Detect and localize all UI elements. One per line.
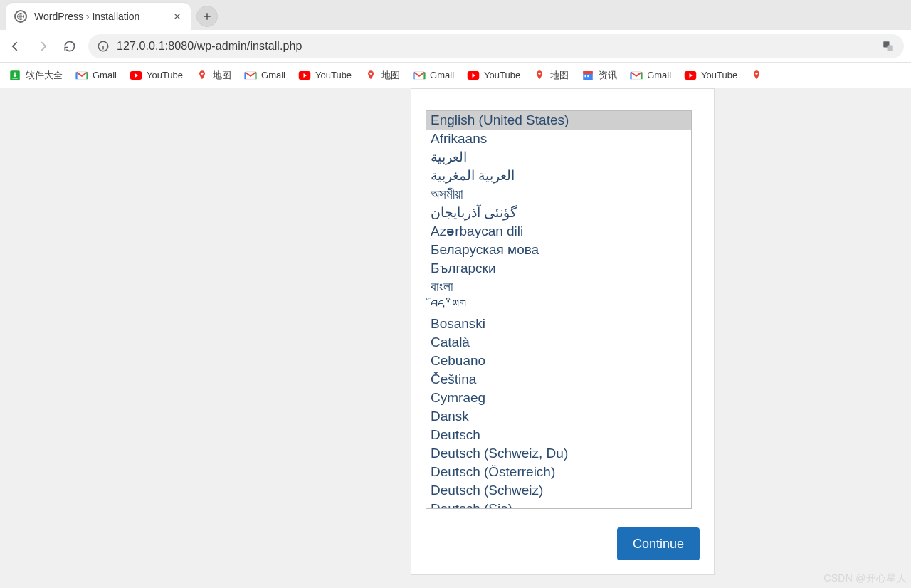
maps-icon bbox=[364, 69, 377, 82]
language-option[interactable]: Cebuano bbox=[426, 352, 691, 370]
forward-button[interactable] bbox=[34, 38, 51, 55]
watermark: CSDN @开心星人 bbox=[823, 572, 907, 585]
translate-icon[interactable] bbox=[881, 39, 895, 53]
youtube-icon bbox=[467, 69, 480, 82]
language-option[interactable]: Afrikaans bbox=[426, 130, 691, 148]
language-option[interactable]: العربية المغربية bbox=[426, 167, 691, 185]
continue-button[interactable]: Continue bbox=[617, 527, 700, 560]
language-option[interactable]: Беларуская мова bbox=[426, 241, 691, 259]
browser-tab[interactable]: WordPress › Installation bbox=[6, 3, 191, 30]
bookmark-item[interactable]: Gmail bbox=[75, 69, 117, 82]
bookmark-item[interactable] bbox=[750, 69, 763, 82]
bookmark-item[interactable]: YouTube bbox=[684, 69, 737, 82]
bookmark-item[interactable]: Gmail bbox=[630, 69, 671, 82]
bookmark-label: Gmail bbox=[647, 70, 671, 80]
maps-icon bbox=[196, 69, 209, 82]
reload-button[interactable] bbox=[61, 38, 78, 55]
language-option[interactable]: Dansk bbox=[426, 407, 691, 426]
bookmark-item[interactable]: YouTube bbox=[130, 69, 183, 82]
bookmark-item[interactable]: YouTube bbox=[467, 69, 520, 82]
gmail-icon bbox=[630, 69, 643, 82]
install-card: English (United States)Afrikaansالعربيةا… bbox=[411, 88, 715, 575]
gmail-icon bbox=[413, 69, 426, 82]
language-option[interactable]: Deutsch (Schweiz, Du) bbox=[426, 444, 691, 463]
bookmark-item[interactable]: YouTube bbox=[298, 69, 352, 82]
language-option[interactable]: العربية bbox=[426, 148, 691, 167]
bookmark-label: YouTube bbox=[315, 70, 352, 80]
bookmark-label: 地图 bbox=[550, 69, 569, 82]
bookmark-label: Gmail bbox=[261, 70, 285, 80]
bookmark-label: YouTube bbox=[147, 70, 183, 80]
bookmark-label: 地图 bbox=[213, 69, 231, 82]
new-tab-button[interactable] bbox=[196, 6, 218, 27]
bookmark-label: 软件大全 bbox=[26, 69, 63, 82]
bookmark-item[interactable]: 软件大全 bbox=[9, 69, 63, 82]
language-option[interactable]: Čeština bbox=[426, 370, 691, 389]
bookmark-label: 资讯 bbox=[599, 69, 617, 82]
language-option[interactable]: Bosanski bbox=[426, 315, 691, 333]
bookmark-label: YouTube bbox=[484, 70, 520, 80]
bookmark-label: Gmail bbox=[430, 70, 454, 80]
bookmark-item[interactable]: 地图 bbox=[364, 69, 400, 82]
address-bar[interactable]: 127.0.0.1:8080/wp-admin/install.php bbox=[88, 34, 904, 58]
bookmark-item[interactable]: 地图 bbox=[533, 69, 569, 82]
browser-chrome: WordPress › Installation 127.0.0.1:8080/… bbox=[0, 0, 911, 88]
language-option[interactable]: گؤنئی آذربایجان bbox=[426, 204, 691, 222]
download-icon bbox=[9, 69, 21, 82]
language-option[interactable]: Azərbaycan dili bbox=[426, 222, 691, 241]
language-option[interactable]: Cymraeg bbox=[426, 389, 691, 407]
language-option[interactable]: বাংলা bbox=[426, 278, 691, 296]
back-button[interactable] bbox=[7, 38, 24, 55]
bookmark-label: YouTube bbox=[701, 70, 737, 80]
language-option[interactable]: བོད་ཡིག bbox=[426, 296, 691, 315]
page-content: English (United States)Afrikaansالعربيةا… bbox=[0, 88, 911, 588]
youtube-icon bbox=[684, 69, 697, 82]
svg-point-13 bbox=[539, 72, 541, 74]
language-option[interactable]: অসমীয়া bbox=[426, 185, 691, 204]
language-option[interactable]: Català bbox=[426, 333, 691, 352]
bookmark-label: 地图 bbox=[381, 69, 400, 82]
bookmarks-bar: 软件大全GmailYouTube地图GmailYouTube地图GmailYou… bbox=[0, 63, 911, 88]
bookmark-label: Gmail bbox=[93, 70, 117, 80]
svg-point-20 bbox=[756, 72, 758, 74]
svg-point-10 bbox=[369, 72, 372, 74]
language-select[interactable]: English (United States)Afrikaansالعربيةا… bbox=[426, 110, 692, 509]
globe-icon bbox=[14, 10, 27, 23]
maps-icon bbox=[750, 69, 763, 82]
tab-close-button[interactable] bbox=[172, 11, 182, 21]
language-option[interactable]: Deutsch (Österreich) bbox=[426, 463, 691, 481]
site-info-icon[interactable] bbox=[97, 40, 110, 53]
svg-point-7 bbox=[201, 72, 203, 74]
bookmark-item[interactable]: Gmail bbox=[413, 69, 454, 82]
gmail-icon bbox=[244, 69, 257, 82]
language-option[interactable]: Deutsch bbox=[426, 426, 691, 444]
svg-rect-15 bbox=[583, 71, 593, 74]
language-option[interactable]: Deutsch (Sie) bbox=[426, 500, 691, 509]
svg-rect-3 bbox=[888, 45, 893, 51]
language-option[interactable]: Deutsch (Schweiz) bbox=[426, 481, 691, 500]
bookmark-item[interactable]: 资讯 bbox=[581, 69, 617, 82]
svg-rect-17 bbox=[587, 75, 589, 77]
language-option[interactable]: English (United States) bbox=[426, 111, 691, 130]
tab-title: WordPress › Installation bbox=[34, 11, 165, 22]
youtube-icon bbox=[130, 69, 142, 82]
url-text: 127.0.0.1:8080/wp-admin/install.php bbox=[117, 40, 874, 53]
maps-icon bbox=[533, 69, 546, 82]
language-option[interactable]: Български bbox=[426, 259, 691, 278]
toolbar: 127.0.0.1:8080/wp-admin/install.php bbox=[0, 30, 911, 63]
gmail-icon bbox=[75, 69, 88, 82]
svg-rect-16 bbox=[585, 75, 586, 77]
bookmark-item[interactable]: Gmail bbox=[244, 69, 285, 82]
calendar-icon bbox=[581, 69, 594, 82]
youtube-icon bbox=[298, 69, 311, 82]
bookmark-item[interactable]: 地图 bbox=[196, 69, 231, 82]
tab-strip: WordPress › Installation bbox=[0, 0, 911, 30]
